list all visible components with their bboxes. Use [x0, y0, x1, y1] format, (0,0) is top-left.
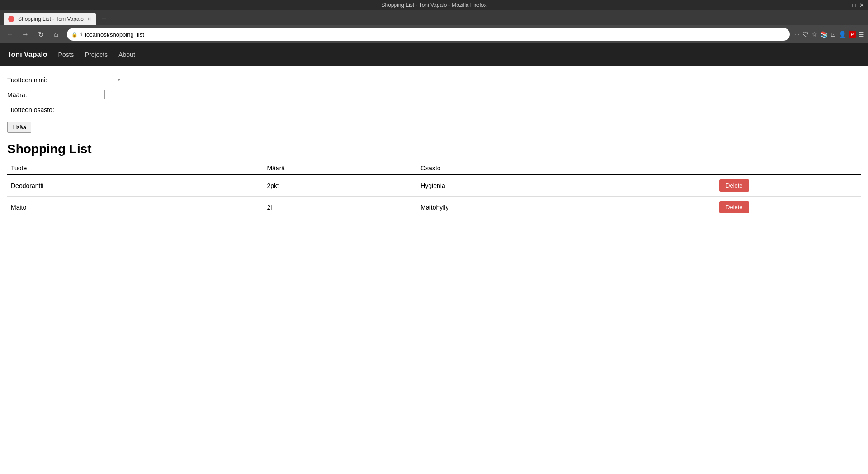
tab-label: Shopping List - Toni Vapalo — [18, 16, 84, 22]
cell-osasto-1: Maitohylly — [417, 197, 716, 218]
maara-input[interactable] — [33, 90, 105, 99]
main-content: Tuotteen nimi: ▼ Määrä: Tuotteen osasto:… — [0, 66, 868, 227]
section-title: Shopping List — [7, 142, 861, 156]
delete-btn-0[interactable]: Delete — [719, 179, 749, 192]
shield-icon: 🛡 — [802, 31, 809, 38]
window-controls[interactable]: − □ ✕ — [845, 2, 864, 9]
lisaa-button[interactable]: Lisää — [7, 122, 31, 133]
url-bar-container: 🔒 ℹ — [67, 28, 790, 41]
browser-title: Shopping List - Toni Vapalo - Mozilla Fi… — [381, 2, 486, 8]
table-row: Deodorantti2pktHygieniaDelete — [7, 175, 861, 197]
osasto-input[interactable] — [60, 105, 132, 114]
security-icon: 🔒 — [71, 32, 78, 38]
add-form: Tuotteen nimi: ▼ Määrä: Tuotteen osasto:… — [7, 75, 861, 133]
shopping-table: Tuote Määrä Osasto Deodorantti2pktHygien… — [7, 162, 861, 218]
cell-action-1: Delete — [716, 197, 861, 218]
firefox-menu-btn[interactable]: ☰ — [859, 31, 864, 38]
product-name-wrapper: ▼ — [50, 75, 122, 84]
site-navbar: Toni Vapalo Posts Projects About — [0, 43, 868, 66]
back-btn[interactable]: ← — [4, 28, 16, 41]
close-btn[interactable]: ✕ — [859, 2, 864, 9]
pocket-btn[interactable]: P — [849, 31, 856, 38]
browser-toolbar: ← → ↻ ⌂ 🔒 ℹ ··· 🛡 ☆ 📚 ⊡ 👤 P ☰ — [0, 25, 868, 43]
nav-posts[interactable]: Posts — [58, 51, 74, 58]
info-icon: ℹ — [80, 32, 82, 38]
cell-tuote-1: Maito — [7, 197, 263, 218]
new-tab-btn[interactable]: + — [98, 13, 110, 25]
home-btn[interactable]: ⌂ — [50, 28, 62, 41]
maara-label: Määrä: — [7, 91, 27, 99]
product-name-label: Tuotteen nimi: — [7, 76, 47, 84]
cell-maara-0: 2pkt — [263, 175, 417, 197]
browser-titlebar: Shopping List - Toni Vapalo - Mozilla Fi… — [0, 0, 868, 10]
tab-favicon — [8, 16, 14, 22]
nav-about[interactable]: About — [118, 51, 135, 58]
tab-close-btn[interactable]: ✕ — [87, 16, 91, 22]
col-header-maara: Määrä — [263, 162, 417, 175]
bookmark-btn[interactable]: ☆ — [811, 31, 817, 38]
site-brand[interactable]: Toni Vapalo — [7, 51, 47, 59]
nav-projects[interactable]: Projects — [85, 51, 108, 58]
col-header-osasto: Osasto — [417, 162, 716, 175]
delete-btn-1[interactable]: Delete — [719, 201, 749, 213]
table-header: Tuote Määrä Osasto — [7, 162, 861, 175]
cell-action-0: Delete — [716, 175, 861, 197]
minimize-btn[interactable]: − — [845, 2, 849, 9]
active-tab[interactable]: Shopping List - Toni Vapalo ✕ — [4, 13, 96, 25]
library-btn[interactable]: 📚 — [820, 31, 828, 38]
osasto-row: Tuotteen osasto: — [7, 105, 861, 114]
forward-btn[interactable]: → — [19, 28, 32, 41]
product-name-row: Tuotteen nimi: ▼ — [7, 75, 861, 84]
table-body: Deodorantti2pktHygieniaDeleteMaito2lMait… — [7, 175, 861, 218]
cell-osasto-0: Hygienia — [417, 175, 716, 197]
maximize-btn[interactable]: □ — [852, 2, 856, 9]
table-row: Maito2lMaitohyllyDelete — [7, 197, 861, 218]
col-header-tuote: Tuote — [7, 162, 263, 175]
more-tools-btn[interactable]: ··· — [794, 31, 800, 38]
reload-btn[interactable]: ↻ — [34, 28, 47, 41]
col-header-action — [716, 162, 861, 175]
cell-tuote-0: Deodorantti — [7, 175, 263, 197]
browser-tabbar: Shopping List - Toni Vapalo ✕ + — [0, 10, 868, 25]
table-header-row: Tuote Määrä Osasto — [7, 162, 861, 175]
cell-maara-1: 2l — [263, 197, 417, 218]
url-input[interactable] — [85, 31, 785, 38]
synced-tabs-btn[interactable]: ⊡ — [830, 31, 836, 38]
maara-row: Määrä: — [7, 90, 861, 99]
account-btn[interactable]: 👤 — [839, 31, 846, 38]
product-name-input[interactable] — [50, 75, 122, 84]
osasto-label: Tuotteen osasto: — [7, 106, 54, 113]
toolbar-right: ··· 🛡 ☆ 📚 ⊡ 👤 P ☰ — [794, 31, 864, 38]
